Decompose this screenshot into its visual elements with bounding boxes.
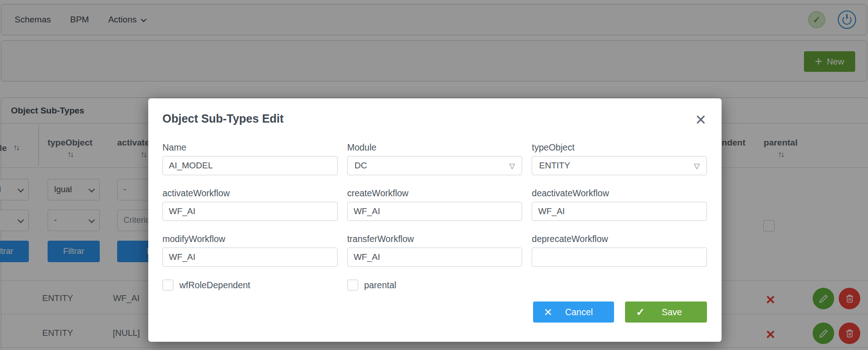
name-input[interactable]: [162, 156, 338, 175]
parental-checkbox[interactable]: [347, 280, 358, 291]
save-button-label: Save: [645, 307, 707, 318]
createworkflow-input[interactable]: [347, 202, 523, 221]
module-select[interactable]: DC: [347, 156, 523, 175]
checkbox-label: wfRoleDependent: [179, 280, 250, 291]
checkbox-label: parental: [364, 280, 396, 291]
field-label: deprecateWorkflow: [532, 234, 707, 244]
transferworkflow-input[interactable]: [347, 248, 523, 267]
field-transferworkflow: transferWorkflow: [347, 234, 523, 267]
field-label: deactivateWorkflow: [532, 188, 707, 199]
parental-checkbox-item: parental: [347, 280, 523, 291]
field-label: createWorkflow: [347, 188, 523, 199]
modal-title: Object Sub-Types Edit: [162, 112, 284, 125]
field-name: Name: [162, 142, 338, 175]
activateworkflow-input[interactable]: [162, 202, 338, 221]
select-value: DC: [355, 161, 367, 171]
wfroledependent-checkbox-item: wfRoleDependent: [162, 280, 338, 291]
modifyworkflow-input[interactable]: [162, 248, 338, 267]
dropdown-arrow-icon: [509, 161, 515, 171]
field-label: typeObject: [532, 142, 707, 153]
field-label: Name: [162, 142, 338, 153]
check-icon: [636, 307, 645, 318]
object-subtypes-edit-modal: Object Sub-Types Edit Name Module DC typ…: [148, 98, 722, 342]
dropdown-arrow-icon: [694, 161, 700, 171]
select-value: ENTITY: [539, 161, 570, 171]
cancel-button-label: Cancel: [552, 307, 614, 318]
field-label: transferWorkflow: [347, 234, 523, 244]
cancel-button[interactable]: Cancel: [533, 302, 614, 323]
field-deactivateworkflow: deactivateWorkflow: [532, 188, 707, 221]
close-icon[interactable]: [695, 112, 707, 127]
field-createworkflow: createWorkflow: [347, 188, 523, 221]
field-modifyworkflow: modifyWorkflow: [162, 234, 338, 267]
field-label: Module: [347, 142, 523, 153]
deactivateworkflow-input[interactable]: [532, 202, 707, 221]
wfroledependent-checkbox[interactable]: [162, 280, 173, 291]
field-activateworkflow: activateWorkflow: [162, 188, 338, 221]
field-module: Module DC: [347, 142, 523, 175]
field-typeobject: typeObject ENTITY: [532, 142, 707, 175]
deprecateworkflow-input[interactable]: [532, 248, 707, 267]
field-label: activateWorkflow: [162, 188, 338, 199]
save-button[interactable]: Save: [625, 302, 707, 323]
typeobject-select[interactable]: ENTITY: [532, 156, 707, 175]
x-icon: [544, 305, 552, 319]
field-label: modifyWorkflow: [162, 234, 338, 244]
field-deprecateworkflow: deprecateWorkflow: [532, 234, 707, 267]
